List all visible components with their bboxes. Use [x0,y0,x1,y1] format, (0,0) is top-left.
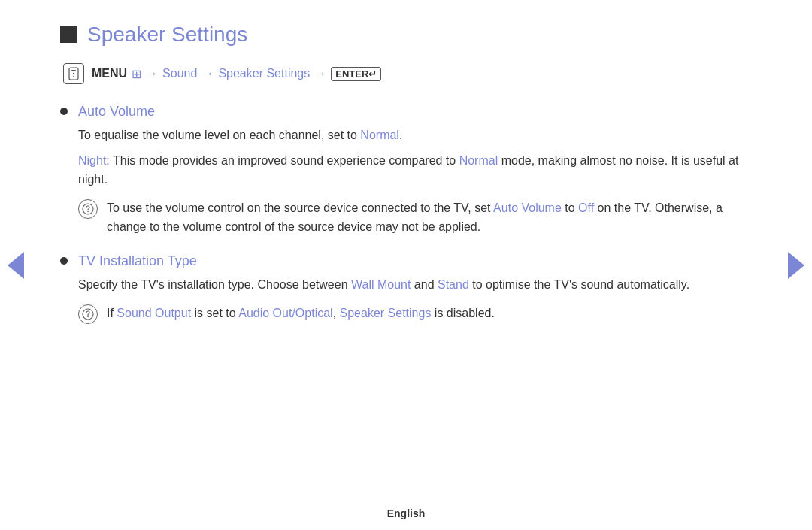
wall-mount-highlight: Wall Mount [351,278,411,291]
menu-arrow1: ⊞ [132,67,141,81]
menu-sound: Sound [162,67,197,80]
tv-installation-and: and [411,278,438,291]
nav-left-button[interactable] [8,252,24,279]
menu-arrow-symbol1: → [146,67,158,80]
menu-remote-icon [63,63,84,84]
auto-volume-heading: Auto Volume [78,104,155,120]
note2-highlight3: Speaker Settings [340,307,432,320]
auto-volume-normal-highlight: Normal [360,129,399,141]
svg-point-7 [87,316,89,317]
auto-volume-note: To use the volume control on the source … [78,198,744,237]
left-arrow-icon [8,252,24,279]
note2-text-middle: is set to [191,307,238,320]
bullet-icon-2 [60,257,68,265]
auto-volume-body2: Night: This mode provides an improved so… [78,151,744,189]
auto-volume-text1: To equalise the volume level on each cha… [78,129,360,141]
enter-icon: ENTER↵ [331,67,381,81]
tv-installation-text1: Specify the TV's installation type. Choo… [78,278,351,291]
auto-volume-heading-row: Auto Volume [60,104,744,120]
menu-arrow-symbol3: → [314,67,326,80]
page-title: Speaker Settings [87,23,247,47]
menu-label: MENU [92,67,127,80]
auto-volume-body1: To equalise the volume level on each cha… [78,126,744,145]
note-icon-2 [78,304,98,324]
auto-volume-note-text: To use the volume control on the source … [107,198,744,237]
tv-installation-end: to optimise the TV's sound automatically… [469,278,689,291]
svg-rect-1 [71,70,76,71]
normal-highlight2: Normal [459,154,498,167]
menu-path: MENU ⊞ → Sound → Speaker Settings → ENTE… [63,63,744,84]
tv-installation-section: TV Installation Type Specify the TV's in… [60,253,744,324]
auto-volume-text2a: : This mode provides an improved sound e… [106,154,459,167]
tv-installation-note-text: If Sound Output is set to Audio Out/Opti… [107,304,495,323]
right-arrow-icon [788,252,804,279]
note1-highlight1: Auto Volume [493,201,562,214]
note1-text-middle: to [562,201,578,214]
tv-installation-heading-row: TV Installation Type [60,253,744,269]
svg-point-5 [87,210,89,212]
bullet-icon [60,108,68,115]
tv-installation-body: Specify the TV's installation type. Choo… [78,275,744,295]
enter-label: ENTER [335,68,368,80]
note1-highlight2: Off [578,201,594,214]
nav-right-button[interactable] [788,252,804,279]
title-square-icon [60,26,77,43]
tv-installation-note: If Sound Output is set to Audio Out/Opti… [78,304,744,324]
note-icon-1 [78,199,98,219]
note2-comma: , [333,307,340,320]
main-content: Speaker Settings MENU ⊞ → Sound → Speake… [0,0,812,497]
svg-point-2 [73,73,74,74]
auto-volume-text1-end: . [399,129,402,141]
menu-arrow-symbol2: → [201,67,214,80]
menu-speaker-settings: Speaker Settings [218,67,310,80]
note2-highlight1: Sound Output [117,307,191,320]
title-section: Speaker Settings [60,23,744,47]
stand-highlight: Stand [438,278,469,291]
note1-text-before: To use the volume control on the source … [107,201,493,214]
note2-text-before: If [107,307,117,320]
svg-point-3 [73,76,74,77]
note2-highlight2: Audio Out/Optical [238,307,332,320]
page-container: Speaker Settings MENU ⊞ → Sound → Speake… [0,0,812,530]
auto-volume-section: Auto Volume To equalise the volume level… [60,104,744,237]
footer: English [0,497,812,530]
night-highlight: Night [78,154,106,167]
footer-language: English [387,507,426,519]
tv-installation-heading: TV Installation Type [78,253,197,269]
note2-text-after: is disabled. [431,307,495,320]
